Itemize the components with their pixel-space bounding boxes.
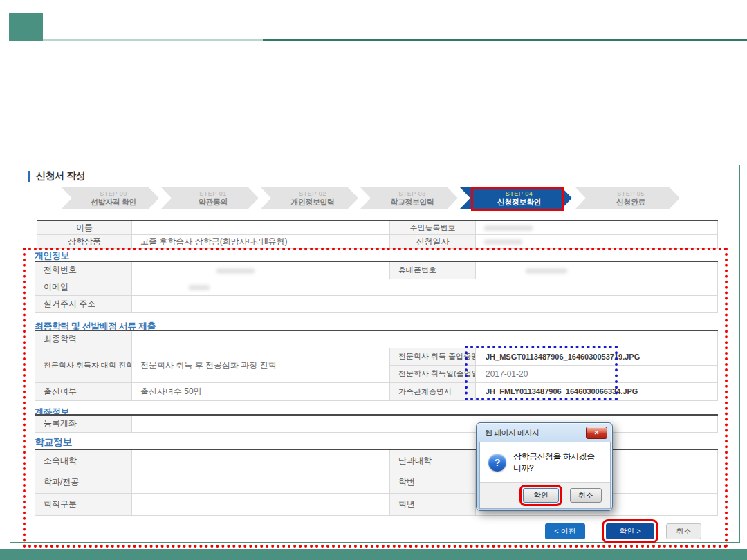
redacted-value [526,268,567,274]
step-arrow-04-active: STEP 04 신청정보확인 [459,187,572,209]
step-label: 학교정보입력 [391,198,434,207]
redacted-value [189,285,210,290]
education-table: 최종학력 전문학사 취득자 대학 진학 유형 전문학사 취득 후 전공심화 과정… [35,330,718,401]
enrollment-type-label: 학적구분 [35,493,132,515]
table-row: 전문학사 취득자 대학 진학 유형 전문학사 취득 후 전공심화 과정 진학 전… [35,348,718,365]
prev-button[interactable]: < 이전 [545,523,585,539]
major-label: 학과/전공 [35,472,132,493]
step-label: 선발자격 확인 [91,198,136,207]
close-icon[interactable]: ✕ [586,427,607,439]
dialog-body: ? 장학금신청을 하시겠습니까? 확인 취소 [479,442,611,509]
diploma-label: 전문학사 취득 졸업증명서 [390,348,476,365]
entrance-type-label: 전문학사 취득자 대학 진학 유형 [35,348,132,382]
step-label: 개인정보입력 [291,198,335,207]
cancel-button[interactable]: 취소 [666,523,701,539]
step-number: STEP 03 [398,190,425,198]
phone-label: 전화번호 [35,261,132,279]
account-value [132,415,718,432]
table-row: 이메일 [35,279,718,295]
page-title: 신청서 작성 [28,170,85,183]
table-row: 전화번호 휴대폰번호 [35,261,718,279]
redacted-value [216,268,255,274]
product-label: 장학상품 [37,234,132,248]
header-divider-light [43,39,263,41]
table-row: 등록계좌 [35,415,718,432]
email-label: 이메일 [35,279,132,295]
confirm-button[interactable]: 확인 > [606,523,654,539]
entrance-type-value: 전문학사 취득 후 전공심화 과정 진학 [132,348,390,382]
dialog-button-row: 확인 취소 [480,482,610,508]
title-accent-bar [28,171,30,182]
page: 신청서 작성 STEP 00 선발자격 확인 STEP 01 약관동의 STEP… [0,0,747,560]
step-number: STEP 00 [100,190,127,198]
page-title-text: 신청서 작성 [36,170,85,183]
redacted-value [484,225,533,231]
final-edu-label: 최종학력 [35,330,132,348]
step-arrow-00: STEP 00 선발자격 확인 [61,187,159,209]
redacted-value [484,239,522,245]
mobile-label: 휴대폰번호 [390,261,476,279]
dialog-title: 웹 페이지 메시지 [485,428,540,438]
mobile-value [476,261,718,279]
header-divider-dark [263,39,747,41]
table-row: 실거주지 주소 [35,295,718,312]
date-value [476,234,718,248]
birth-label: 출산여부 [35,382,132,400]
student-id-label: 학번 [390,472,476,493]
product-value: 고졸 후학습자 장학금(희망사다리Ⅱ유형) [132,234,390,248]
brand-logo-placeholder [9,13,43,41]
grade-label: 학년 [390,493,476,515]
web-page-message-dialog: 웹 페이지 메시지 ✕ ? 장학금신청을 하시겠습니까? 확인 취소 [476,422,613,511]
dialog-message-row: ? 장학금신청을 하시겠습니까? [480,442,610,483]
table-row: 장학상품 고졸 후학습자 장학금(희망사다리Ⅱ유형) 신청일자 [37,234,718,248]
table-row: 소속대학 단과대학 [35,449,718,472]
step-number: STEP 04 [506,190,533,198]
step-label: 약관동의 [199,198,228,207]
college-label: 단과대학 [390,449,476,472]
phone-value [132,261,390,279]
birth-value: 출산자녀수 50명 [132,382,390,400]
step-arrow-03: STEP 03 학교정보입력 [360,187,458,209]
dialog-message: 장학금신청을 하시겠습니까? [513,451,602,474]
table-row: 학과/전공 학번 [35,472,718,493]
final-edu-value [132,330,718,348]
step-arrow-01: STEP 01 약관동의 [160,187,259,209]
dialog-cancel-button[interactable]: 취소 [570,488,602,503]
footer-bar [0,549,747,560]
date-label: 신청일자 [390,234,476,248]
dialog-confirm-button[interactable]: 확인 [523,488,559,503]
step-number: STEP 05 [617,190,644,198]
table-row: 출산여부 출산자녀수 50명 가족관계증명서 JH_FMLY0113487906… [35,382,718,400]
question-icon: ? [488,454,506,472]
grad-date-label: 전문학사 취득일(졸업일자) [390,365,476,382]
university-value [132,449,390,472]
address-value [132,295,718,312]
personal-info-table: 전화번호 휴대폰번호 이메일 실거주지 주소 [35,261,718,313]
rrn-label: 주민등록번호 [390,221,476,234]
enrollment-type-value [132,493,390,515]
family-cert-label: 가족관계증명서 [390,382,476,400]
address-label: 실거주지 주소 [35,295,132,312]
step-number: STEP 02 [299,190,326,198]
step-number: STEP 01 [199,190,226,198]
school-table: 소속대학 단과대학 학과/전공 학번 학적구분 학년 [35,449,718,516]
step-arrow-02: STEP 02 개인정보입력 [260,187,358,209]
step-arrow-05: STEP 05 신청완료 [575,187,680,209]
name-value [132,221,390,234]
diploma-file-value: JH_MSGT0113487906_1646030053719.JPG [476,348,718,365]
major-value [132,472,390,493]
step-label: 신청정보확인 [497,198,541,207]
university-label: 소속대학 [35,449,132,472]
table-row: 이름 주민등록번호 [37,221,718,234]
rrn-value [476,221,718,234]
table-row: 최종학력 [35,330,718,348]
family-cert-file-value: JH_FMLY0113487906_1646030066334.JPG [476,382,718,400]
step-label: 신청완료 [616,198,645,207]
table-row: 학적구분 학년 [35,493,718,515]
account-label: 등록계좌 [35,415,132,432]
summary-table: 이름 주민등록번호 장학상품 고졸 후학습자 장학금(희망사다리Ⅱ유형) 신청일… [37,220,718,249]
name-label: 이름 [37,221,132,234]
email-value [132,279,718,295]
section-title-school: 학교정보 [35,436,72,449]
grad-date-value: 2017-01-20 [476,365,718,382]
